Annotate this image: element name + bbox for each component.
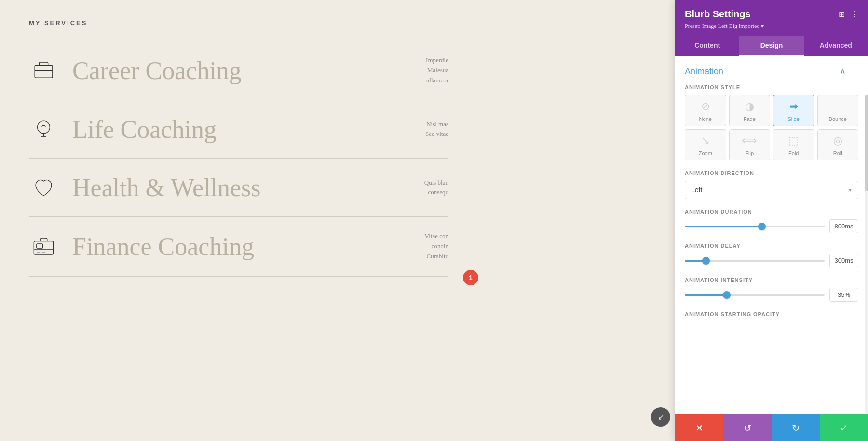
career-text: Imperdie Malesua ullamcor: [426, 55, 448, 85]
panel-tabs: Content Design Advanced: [675, 36, 868, 56]
panel-title: Blurb Settings: [685, 9, 751, 20]
duration-slider-thumb[interactable]: [758, 223, 766, 230]
flip-label: Flip: [745, 150, 754, 156]
delay-slider-track[interactable]: [685, 260, 825, 262]
direction-select[interactable]: Left Right Top Bottom: [685, 181, 858, 199]
animation-intensity-group: Animation Intensity 35%: [685, 277, 858, 302]
none-label: None: [699, 116, 712, 122]
tab-design[interactable]: Design: [739, 36, 803, 56]
panel-footer: ✕ ↺ ↻ ✓: [675, 414, 868, 441]
animation-duration-label: Animation Duration: [685, 209, 858, 214]
scrollbar-thumb[interactable]: [865, 95, 868, 191]
scrollbar-track[interactable]: [865, 95, 868, 414]
slide-label: Slide: [788, 116, 800, 122]
fold-icon: ⬚: [787, 134, 801, 148]
anim-btn-fade[interactable]: ◑ Fade: [729, 95, 771, 126]
finance-icon: [29, 232, 58, 261]
fold-label: Fold: [788, 150, 799, 156]
section-controls: ∧ ⋮: [840, 66, 858, 77]
cancel-icon: ✕: [695, 422, 704, 434]
anim-btn-slide[interactable]: ➡ Slide: [773, 95, 814, 126]
delay-value: 300ms: [829, 254, 858, 267]
undo-icon: ↺: [744, 422, 752, 434]
animation-direction-label: Animation Direction: [685, 170, 858, 176]
tab-advanced[interactable]: Advanced: [804, 36, 868, 56]
panel-body: Animation ∧ ⋮ Animation Style ⊘ None ◑ F…: [675, 56, 868, 414]
anim-btn-flip[interactable]: ⟺ Flip: [729, 129, 771, 160]
notification-badge[interactable]: 1: [463, 270, 478, 285]
floating-help-button[interactable]: ↙: [651, 407, 670, 427]
health-text: Quis blan consequ: [424, 178, 448, 198]
main-content: MY SERVICES Career Coaching Imperdie Mal…: [0, 0, 477, 441]
confirm-button[interactable]: ✓: [820, 414, 868, 441]
cancel-button[interactable]: ✕: [675, 414, 723, 441]
health-icon: [29, 173, 58, 202]
collapse-btn[interactable]: ∧: [840, 66, 846, 77]
finance-title: Finance Coaching: [72, 232, 410, 261]
anim-btn-fold[interactable]: ⬚ Fold: [773, 129, 814, 160]
animation-section-header: Animation ∧ ⋮: [685, 66, 858, 77]
svg-rect-0: [35, 65, 53, 78]
help-icon: ↙: [658, 413, 664, 422]
redo-icon: ↻: [792, 422, 800, 434]
intensity-slider-fill: [685, 294, 727, 296]
roll-label: Roll: [833, 150, 842, 156]
split-icon[interactable]: ⊞: [839, 10, 845, 19]
animation-delay-label: Animation Delay: [685, 243, 858, 249]
svg-rect-6: [36, 244, 42, 248]
anim-btn-bounce[interactable]: ⋯ Bounce: [817, 95, 859, 126]
roll-icon: ◎: [830, 134, 845, 148]
duration-slider-row: 800ms: [685, 219, 858, 233]
animation-style-label: Animation Style: [685, 84, 858, 90]
life-title: Life Coaching: [72, 115, 411, 144]
more-icon[interactable]: ⋮: [851, 10, 858, 19]
finance-text: Vitae con condin Curabitu: [425, 231, 448, 261]
panel-preset[interactable]: Preset: Image Left Big imported ▾: [685, 23, 858, 30]
duration-slider-track[interactable]: [685, 226, 825, 227]
fullscreen-icon[interactable]: ⛶: [825, 10, 833, 19]
undo-button[interactable]: ↺: [723, 414, 772, 441]
flip-icon: ⟺: [742, 134, 757, 148]
intensity-slider-row: 35%: [685, 288, 858, 302]
svg-point-2: [37, 121, 50, 134]
anim-btn-roll[interactable]: ◎ Roll: [817, 129, 859, 160]
intensity-slider-track[interactable]: [685, 294, 825, 296]
animation-title: Animation: [685, 67, 723, 77]
fade-icon: ◑: [742, 99, 757, 114]
redo-button[interactable]: ↻: [772, 414, 820, 441]
confirm-icon: ✓: [840, 422, 848, 434]
services-heading: MY SERVICES: [29, 19, 448, 27]
life-icon: [29, 115, 58, 144]
panel-header: Blurb Settings ⛶ ⊞ ⋮ Preset: Image Left …: [675, 0, 868, 36]
animation-style-group: Animation Style ⊘ None ◑ Fade ➡ Slide: [685, 84, 858, 160]
animation-starting-opacity-group: Animation Starting Opacity: [685, 311, 858, 317]
direction-select-wrapper: Left Right Top Bottom: [685, 181, 858, 199]
tab-content[interactable]: Content: [675, 36, 739, 56]
delay-slider-thumb[interactable]: [702, 257, 710, 265]
animation-direction-group: Animation Direction Left Right Top Botto…: [685, 170, 858, 199]
service-item-finance: Finance Coaching Vitae con condin Curabi…: [29, 217, 448, 276]
intensity-slider-thumb[interactable]: [723, 291, 731, 299]
bounce-label: Bounce: [829, 116, 847, 122]
anim-btn-zoom[interactable]: ⤡ Zoom: [685, 129, 726, 160]
fade-label: Fade: [744, 116, 756, 122]
slide-icon: ➡: [787, 99, 801, 114]
health-title: Health & Wellness: [72, 174, 410, 202]
zoom-icon: ⤡: [698, 134, 713, 148]
starting-opacity-label: Animation Starting Opacity: [685, 311, 858, 317]
none-icon: ⊘: [698, 99, 713, 114]
service-item-health: Health & Wellness Quis blan consequ: [29, 159, 448, 217]
panel-header-top: Blurb Settings ⛶ ⊞ ⋮: [685, 9, 858, 20]
anim-btn-none[interactable]: ⊘ None: [685, 95, 726, 126]
service-item-life: Life Coaching Nisl mas Sed vitae: [29, 100, 448, 159]
animation-duration-group: Animation Duration 800ms: [685, 209, 858, 233]
animation-intensity-label: Animation Intensity: [685, 277, 858, 283]
career-title: Career Coaching: [72, 56, 411, 85]
section-menu-btn[interactable]: ⋮: [850, 66, 858, 77]
life-text: Nisl mas Sed vitae: [425, 120, 448, 140]
service-item-career: Career Coaching Imperdie Malesua ullamco…: [29, 41, 448, 100]
career-icon: [29, 56, 58, 85]
panel-header-icons: ⛶ ⊞ ⋮: [825, 10, 858, 19]
settings-panel: Blurb Settings ⛶ ⊞ ⋮ Preset: Image Left …: [675, 0, 868, 441]
duration-slider-fill: [685, 226, 762, 227]
